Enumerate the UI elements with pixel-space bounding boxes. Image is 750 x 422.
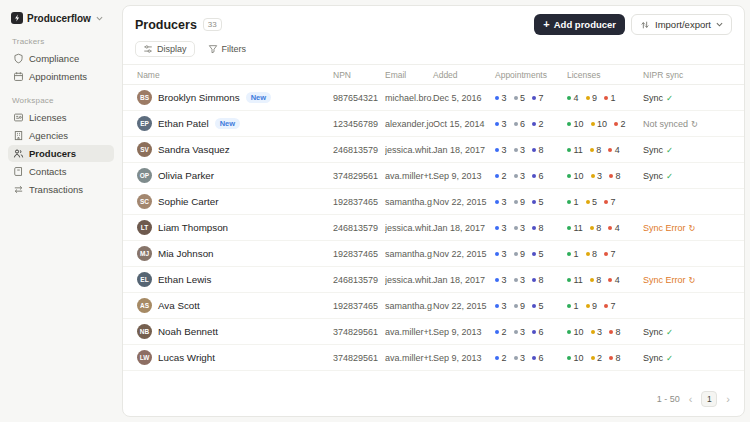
status-dot [495,96,499,100]
prev-page-button[interactable]: ‹ [689,394,693,405]
sidebar-item-transactions[interactable]: Transactions [8,181,114,198]
sidebar-item-licenses[interactable]: Licenses [8,109,114,126]
refresh-icon: ↻ [689,223,696,233]
producer-name: Ava Scott [158,300,200,311]
table-row[interactable]: NBNoah Bennett374829561ava.miller+t...Se… [123,319,744,345]
status-dot [514,148,518,152]
status-dot [495,200,499,204]
name-cell: OPOlivia Parker [137,168,333,183]
status-dot [590,226,594,230]
table-row[interactable]: EPEthan PatelNew123456789alexander.jo...… [123,111,744,137]
appointments-cell: 357 [495,92,567,103]
dot-stat: 7 [604,197,616,207]
status-dot [514,200,518,204]
email-cell: jessica.whit... [385,145,433,155]
column-header-nipr-sync: NIPR sync [643,70,732,80]
status-dot [586,96,590,100]
column-header-email: Email [385,70,433,80]
email-cell: samantha.g... [385,197,433,207]
table-row[interactable]: LTLiam Thompson246813579jessica.whit...J… [123,215,744,241]
email-cell: ava.miller+t... [385,353,433,363]
npn-cell: 246813579 [333,223,385,233]
dot-stat: 8 [532,145,544,155]
dot-stat: 2 [495,327,507,337]
status-dot [514,122,518,126]
status-dot [567,148,571,152]
sync-status: Sync Error ↻ [643,223,696,233]
producer-name: Lucas Wright [158,352,215,363]
email-cell: alexander.jo... [385,119,433,129]
dot-stat: 7 [532,93,544,103]
dot-stat: 9 [586,93,598,103]
status-dot [567,356,571,360]
added-cell: Nov 22, 2015 [433,249,495,259]
licenses-cell: 491 [567,92,643,103]
add-producer-button[interactable]: + Add producer [534,14,625,35]
status-dot [514,304,518,308]
name-cell: LWLucas Wright [137,350,333,365]
status-dot [532,148,536,152]
table-body: BSBrooklyn SimmonsNew987654321michael.br… [123,85,744,383]
table-row[interactable]: MJMia Johnson192837465samantha.g...Nov 2… [123,241,744,267]
sidebar-item-appointments[interactable]: Appointments [8,68,114,85]
dot-stat: 9 [586,301,598,311]
import-export-button[interactable]: Import/export [631,14,732,35]
producer-name: Sandra Vasquez [158,144,230,155]
main-panel: Producers 33 + Add producer Import/expor… [122,5,745,417]
page-number-button[interactable]: 1 [701,391,717,407]
avatar: OP [137,168,152,183]
added-cell: Jan 18, 2017 [433,145,495,155]
table-row[interactable]: BSBrooklyn SimmonsNew987654321michael.br… [123,85,744,111]
added-cell: Dec 5, 2016 [433,93,495,103]
status-dot [532,226,536,230]
sidebar-item-agencies[interactable]: Agencies [8,127,114,144]
plus-icon: + [543,20,549,29]
sidebar-section-title: Workspace [12,96,110,105]
dot-stat: 5 [514,93,526,103]
email-cell: jessica.whit... [385,223,433,233]
display-button[interactable]: Display [135,41,195,57]
status-dot [591,122,595,126]
table-row[interactable]: ASAva Scott192837465samantha.g...Nov 22,… [123,293,744,319]
sidebar-item-compliance[interactable]: Compliance [8,50,114,67]
dot-stat: 2 [495,353,507,363]
check-icon: ✓ [666,93,673,103]
status-dot [604,304,608,308]
table-row[interactable]: LWLucas Wright374829561ava.miller+t...Se… [123,345,744,371]
sidebar-item-contacts[interactable]: Contacts [8,163,114,180]
table-row[interactable]: ELEthan Lewis246813579jessica.whit...Jan… [123,267,744,293]
calendar-icon [13,71,24,82]
npn-cell: 987654321 [333,93,385,103]
dot-stat: 4 [608,145,620,155]
sync-status: Sync ✓ [643,93,673,103]
email-cell: michael.bro... [385,93,433,103]
table-row[interactable]: SCSophie Carter192837465samantha.g...Nov… [123,189,744,215]
licenses-cell: 10102 [567,118,643,129]
table-row[interactable]: SVSandra Vasquez246813579jessica.whit...… [123,137,744,163]
status-dot [495,330,499,334]
next-page-button[interactable]: › [726,394,730,405]
licenses-cell: 1184 [567,274,643,285]
email-cell: samantha.g... [385,301,433,311]
dot-stat: 1 [567,249,579,259]
book-icon [13,166,24,177]
nipr-sync-cell: Sync ✓ [643,327,732,337]
sidebar-item-producers[interactable]: Producers [8,145,114,162]
dot-stat: 6 [532,353,544,363]
sidebar-item-label: Contacts [29,166,67,177]
status-dot [586,252,590,256]
table-row[interactable]: OPOlivia Parker374829561ava.miller+t...S… [123,163,744,189]
filters-button[interactable]: Filters [205,41,255,57]
dot-stat: 4 [608,223,620,233]
sync-status: Not synced ↻ [643,119,698,129]
npn-cell: 123456789 [333,119,385,129]
name-cell: BSBrooklyn SimmonsNew [137,90,333,105]
check-icon: ✓ [666,353,673,363]
dot-stat: 3 [514,223,526,233]
workspace-switcher[interactable]: Producerflow [8,10,114,26]
name-cell: NBNoah Bennett [137,324,333,339]
producer-name: Brooklyn Simmons [158,92,240,103]
status-dot [495,122,499,126]
dot-stat: 1 [604,93,616,103]
filter-icon [208,44,218,54]
